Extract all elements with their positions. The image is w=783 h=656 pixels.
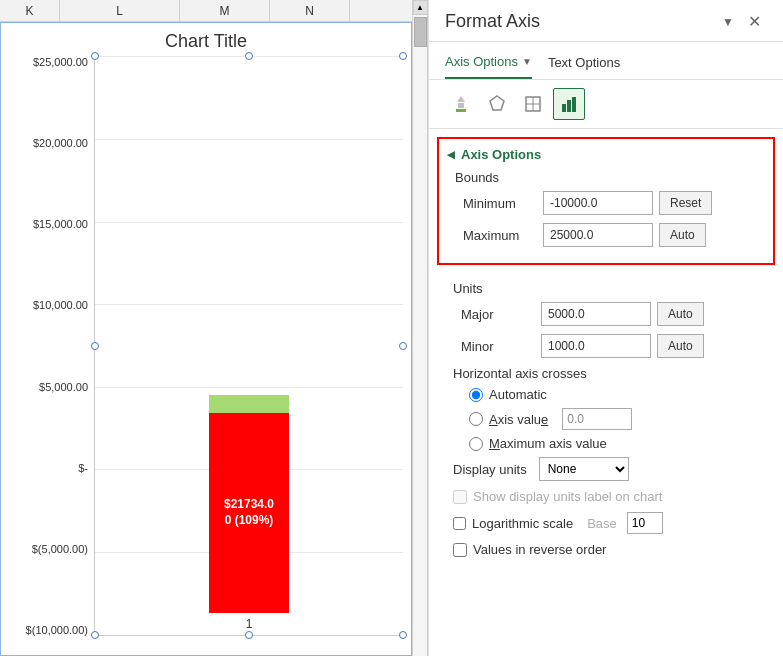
- handle-br[interactable]: [399, 631, 407, 639]
- tab-axis-options[interactable]: Axis Options ▼: [445, 50, 532, 79]
- y-label-3: $10,000.00: [33, 299, 88, 311]
- effects-icon-btn[interactable]: [481, 88, 513, 120]
- svg-rect-9: [572, 97, 576, 112]
- handle-bm[interactable]: [245, 631, 253, 639]
- values-reverse-checkbox[interactable]: [453, 543, 467, 557]
- handle-tm[interactable]: [245, 52, 253, 60]
- bounds-label: Bounds: [447, 170, 765, 185]
- effects-icon: [487, 94, 507, 114]
- maximum-label: Maximum: [463, 228, 543, 243]
- bar-chart-icon: [559, 94, 579, 114]
- panel-tabs: Axis Options ▼ Text Options: [429, 42, 783, 80]
- col-header-m: M: [180, 0, 270, 21]
- major-input[interactable]: [541, 302, 651, 326]
- tab-axis-options-label: Axis Options: [445, 54, 518, 69]
- format-panel: Format Axis ▼ ✕ Axis Options ▼ Text Opti…: [428, 0, 783, 656]
- h-axis-label: Horizontal axis crosses: [445, 366, 767, 381]
- reset-button[interactable]: Reset: [659, 191, 712, 215]
- y-label-1: $20,000.00: [33, 137, 88, 149]
- axis-value-input[interactable]: [562, 408, 632, 430]
- svg-rect-7: [562, 104, 566, 112]
- minimum-label: Minimum: [463, 196, 543, 211]
- scroll-thumb[interactable]: [414, 17, 427, 47]
- minimum-row: Minimum Reset: [447, 191, 765, 215]
- bar-green: [209, 395, 289, 413]
- fill-icon: [451, 94, 471, 114]
- major-row: Major Auto: [445, 302, 767, 326]
- grid-line-4: [95, 387, 403, 388]
- show-units-row: Show display units label on chart: [445, 489, 767, 504]
- display-units-select[interactable]: None Hundreds Thousands Millions Billion…: [539, 457, 629, 481]
- grid-line-1: [95, 139, 403, 140]
- show-units-checkbox[interactable]: [453, 490, 467, 504]
- auto-button-minor[interactable]: Auto: [657, 334, 704, 358]
- panel-title: Format Axis: [445, 11, 540, 32]
- radio-max-label: Maximum axis value: [489, 436, 607, 451]
- scroll-up-btn[interactable]: ▲: [413, 0, 428, 15]
- radio-automatic-label: Automatic: [489, 387, 547, 402]
- y-label-5: $-: [78, 462, 88, 474]
- handle-bl[interactable]: [91, 631, 99, 639]
- maximum-input[interactable]: [543, 223, 653, 247]
- fill-icon-btn[interactable]: [445, 88, 477, 120]
- panel-dropdown-btn[interactable]: ▼: [722, 15, 734, 29]
- column-headers: K L M N: [0, 0, 427, 22]
- show-units-label: Show display units label on chart: [473, 489, 662, 504]
- panel-close-btn[interactable]: ✕: [742, 10, 767, 33]
- log-base-input[interactable]: [627, 512, 663, 534]
- units-section: Units Major Auto Minor Auto Horizontal a…: [437, 273, 775, 573]
- values-reverse-row: Values in reverse order: [445, 542, 767, 557]
- chart-title: Chart Title: [9, 31, 403, 52]
- display-units-label: Display units: [453, 462, 527, 477]
- radio-axis-value[interactable]: [469, 412, 483, 426]
- col-header-n: N: [270, 0, 350, 21]
- handle-tr[interactable]: [399, 52, 407, 60]
- log-scale-checkbox[interactable]: [453, 517, 466, 530]
- svg-rect-2: [456, 109, 466, 112]
- radio-automatic[interactable]: [469, 388, 483, 402]
- minimum-input[interactable]: [543, 191, 653, 215]
- radio-max-row: Maximum axis value: [469, 436, 767, 451]
- y-label-6: $(5,000.00): [32, 543, 88, 555]
- radio-max-axis[interactable]: [469, 437, 483, 451]
- handle-mr[interactable]: [399, 342, 407, 350]
- auto-button-max[interactable]: Auto: [659, 223, 706, 247]
- y-axis: $25,000.00 $20,000.00 $15,000.00 $10,000…: [9, 56, 94, 636]
- units-label: Units: [445, 281, 767, 296]
- vertical-scrollbar[interactable]: ▲: [412, 0, 427, 656]
- svg-marker-0: [457, 96, 465, 102]
- log-base-label: Base: [587, 516, 617, 531]
- spreadsheet-area: K L M N ▲ Chart Title $25,000.00 $20,000…: [0, 0, 428, 656]
- section-header[interactable]: ◀ Axis Options: [447, 147, 765, 162]
- y-label-2: $15,000.00: [33, 218, 88, 230]
- bar-area: $21734.00 (109%): [209, 395, 289, 613]
- handle-tl[interactable]: [91, 52, 99, 60]
- size-icon: [523, 94, 543, 114]
- y-label-7: $(10,000.00): [26, 624, 88, 636]
- values-reverse-label: Values in reverse order: [473, 542, 606, 557]
- auto-button-major[interactable]: Auto: [657, 302, 704, 326]
- bar-red: $21734.00 (109%): [209, 413, 289, 613]
- handle-ml[interactable]: [91, 342, 99, 350]
- svg-rect-8: [567, 100, 571, 112]
- grid-line-3: [95, 304, 403, 305]
- y-label-0: $25,000.00: [33, 56, 88, 68]
- bar-chart-icon-btn[interactable]: [553, 88, 585, 120]
- panel-content: ◀ Axis Options Bounds Minimum Reset Maxi…: [429, 129, 783, 656]
- radio-group: Automatic Axis value Maximum axis value: [445, 387, 767, 451]
- size-icon-btn[interactable]: [517, 88, 549, 120]
- chart-container: Chart Title $25,000.00 $20,000.00 $15,00…: [0, 22, 412, 656]
- radio-automatic-row: Automatic: [469, 387, 767, 402]
- section-arrow: ◀: [447, 149, 455, 160]
- panel-header: Format Axis ▼ ✕: [429, 0, 783, 42]
- col-header-k: K: [0, 0, 60, 21]
- bar-label: $21734.00 (109%): [224, 497, 274, 528]
- minor-input[interactable]: [541, 334, 651, 358]
- radio-axis-value-row: Axis value: [469, 408, 767, 430]
- tab-text-options[interactable]: Text Options: [548, 50, 620, 79]
- grid-line-2: [95, 222, 403, 223]
- y-label-4: $5,000.00: [39, 381, 88, 393]
- section-title: Axis Options: [461, 147, 541, 162]
- maximum-row: Maximum Auto: [447, 223, 765, 247]
- icon-bar: [429, 80, 783, 129]
